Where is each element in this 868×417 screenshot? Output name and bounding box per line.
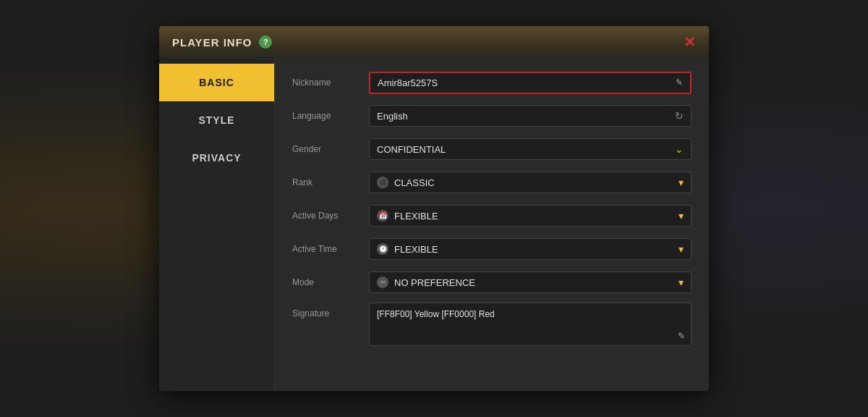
dialog-header: PLAYER INFO ? ✕: [159, 26, 709, 58]
gender-label: Gender: [292, 144, 357, 154]
rank-row: Rank ⬛ CLASSIC ▾: [292, 169, 692, 195]
nickname-value: Amir8ar5257S: [378, 77, 438, 88]
sidebar-item-style[interactable]: STYLE: [159, 101, 274, 139]
language-label: Language: [292, 111, 357, 121]
sidebar-item-privacy[interactable]: PRIVACY: [159, 139, 274, 177]
rank-field: ⬛ CLASSIC ▾: [369, 172, 692, 193]
rank-icon: ⬛: [377, 177, 388, 188]
signature-label: Signature: [292, 303, 357, 319]
mode-icon: 🎮: [377, 277, 388, 288]
active-days-label: Active Days: [292, 211, 357, 221]
signature-value: [FF8F00] Yellow [FF0000] Red: [377, 309, 495, 319]
nickname-box[interactable]: Amir8ar5257S ✎: [369, 72, 692, 94]
dialog-body: BASIC STYLE PRIVACY Nickname Amir8ar5257…: [159, 58, 709, 391]
nickname-row: Nickname Amir8ar5257S ✎: [292, 70, 692, 96]
gender-value: CONFIDENTIAL: [377, 144, 446, 155]
nickname-edit-icon[interactable]: ✎: [676, 77, 683, 88]
active-time-value: FLEXIBLE: [394, 244, 438, 255]
sidebar: BASIC STYLE PRIVACY: [159, 58, 275, 391]
mode-arrow-icon: ▾: [678, 277, 684, 288]
mode-field: 🎮 NO PREFERENCE ▾: [369, 271, 692, 293]
player-info-dialog: PLAYER INFO ? ✕ BASIC STYLE PRIVACY Nick…: [159, 26, 709, 391]
language-row: Language English ↻: [292, 103, 692, 129]
nickname-label: Nickname: [292, 77, 357, 88]
gender-left: CONFIDENTIAL: [377, 144, 446, 155]
active-time-label: Active Time: [292, 244, 357, 254]
active-time-dropdown[interactable]: 🕐 FLEXIBLE ▾: [369, 238, 692, 260]
active-days-field: 📅 FLEXIBLE ▾: [369, 205, 692, 227]
rank-left: ⬛ CLASSIC: [377, 177, 435, 188]
language-dropdown[interactable]: English ↻: [369, 105, 692, 127]
close-button[interactable]: ✕: [684, 35, 696, 49]
mode-row: Mode 🎮 NO PREFERENCE ▾: [292, 269, 692, 295]
rank-label: Rank: [292, 177, 357, 188]
active-days-arrow-icon: ▾: [678, 210, 684, 222]
gender-row: Gender CONFIDENTIAL ⌄: [292, 136, 692, 162]
signature-box[interactable]: [FF8F00] Yellow [FF0000] Red ✎: [369, 303, 692, 346]
rank-arrow-icon: ▾: [678, 177, 684, 188]
active-days-value: FLEXIBLE: [394, 211, 438, 222]
mode-left: 🎮 NO PREFERENCE: [377, 277, 475, 288]
language-value: English: [377, 111, 408, 122]
mode-value: NO PREFERENCE: [394, 277, 475, 288]
mode-dropdown[interactable]: 🎮 NO PREFERENCE ▾: [369, 271, 692, 293]
active-time-row: Active Time 🕐 FLEXIBLE ▾: [292, 236, 692, 262]
active-time-field: 🕐 FLEXIBLE ▾: [369, 238, 692, 260]
nickname-field: Amir8ar5257S ✎: [369, 72, 692, 94]
rank-dropdown[interactable]: ⬛ CLASSIC ▾: [369, 172, 692, 193]
signature-field: [FF8F00] Yellow [FF0000] Red ✎: [369, 303, 692, 346]
language-field: English ↻: [369, 105, 692, 127]
language-refresh-icon[interactable]: ↻: [675, 110, 684, 122]
active-time-icon: 🕐: [377, 243, 388, 255]
active-days-row: Active Days 📅 FLEXIBLE ▾: [292, 203, 692, 229]
main-content: Nickname Amir8ar5257S ✎ Language English…: [275, 58, 709, 391]
title-row: PLAYER INFO ?: [172, 35, 272, 49]
help-button[interactable]: ?: [259, 35, 272, 49]
gender-arrow-icon: ⌄: [675, 143, 684, 155]
signature-edit-icon[interactable]: ✎: [678, 331, 685, 341]
active-days-icon: 📅: [377, 210, 388, 222]
gender-field: CONFIDENTIAL ⌄: [369, 138, 692, 160]
sidebar-item-basic[interactable]: BASIC: [159, 64, 274, 101]
mode-label: Mode: [292, 277, 357, 287]
active-time-left: 🕐 FLEXIBLE: [377, 243, 438, 255]
dialog-title: PLAYER INFO: [172, 36, 252, 49]
active-days-left: 📅 FLEXIBLE: [377, 210, 438, 222]
signature-row: Signature [FF8F00] Yellow [FF0000] Red ✎: [292, 303, 692, 346]
active-time-arrow-icon: ▾: [678, 243, 684, 255]
rank-value: CLASSIC: [394, 177, 435, 188]
active-days-dropdown[interactable]: 📅 FLEXIBLE ▾: [369, 205, 692, 227]
gender-dropdown[interactable]: CONFIDENTIAL ⌄: [369, 138, 692, 160]
